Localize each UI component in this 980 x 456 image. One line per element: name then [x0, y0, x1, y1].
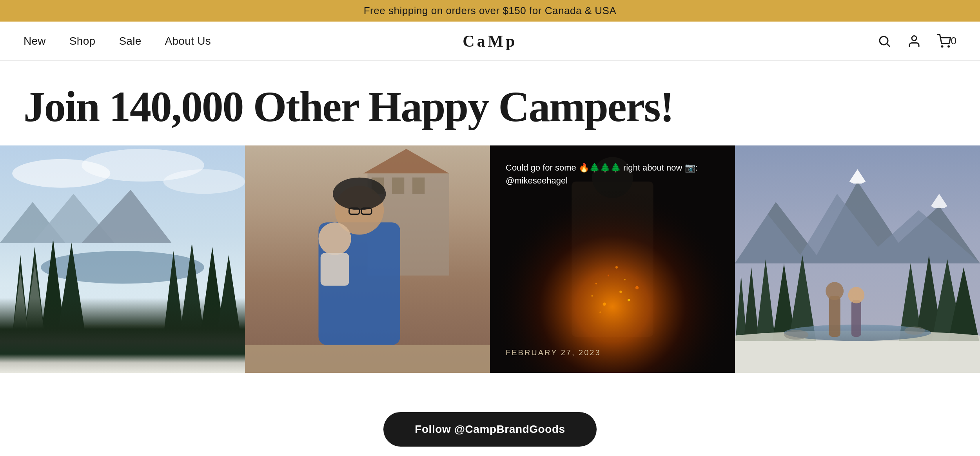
photo-item-2	[245, 145, 490, 373]
svg-marker-21	[200, 247, 225, 336]
navigation: New Shop Sale About Us CaMp 0	[0, 22, 980, 61]
svg-point-75	[904, 326, 925, 334]
svg-rect-72	[851, 300, 861, 337]
photo-item-3: Could go for some 🔥🌲🌲🌲 right about now 📷…	[490, 145, 735, 373]
photo-grid: Could go for some 🔥🌲🌲🌲 right about now 📷…	[0, 145, 980, 373]
follow-button[interactable]: Follow @CampBrandGoods	[383, 412, 596, 447]
svg-marker-18	[57, 243, 86, 337]
photo-image-2	[245, 145, 490, 373]
nav-item-sale[interactable]: Sale	[119, 35, 141, 47]
svg-point-49	[591, 295, 593, 296]
svg-marker-22	[216, 255, 241, 336]
hero-section: Join 140,000 Other Happy Campers!	[0, 61, 980, 145]
svg-marker-16	[25, 247, 45, 336]
svg-point-3	[942, 46, 943, 47]
svg-point-48	[615, 266, 618, 268]
site-logo[interactable]: CaMp	[463, 32, 517, 51]
account-icon[interactable]	[907, 34, 921, 48]
announcement-text: Free shipping on orders over $150 for Ca…	[364, 5, 617, 16]
svg-point-74	[784, 330, 809, 340]
svg-line-1	[887, 44, 890, 46]
svg-point-73	[848, 287, 865, 303]
svg-rect-37	[321, 253, 349, 285]
svg-marker-17	[41, 238, 65, 336]
svg-point-12	[41, 251, 204, 283]
svg-rect-38	[245, 345, 490, 372]
svg-point-14	[0, 324, 245, 349]
photo-image-1	[0, 145, 245, 373]
nav-left: New Shop Sale About Us	[24, 35, 211, 47]
svg-point-33	[333, 177, 386, 210]
cart-count: 0	[951, 35, 956, 47]
cart-icon[interactable]: 0	[937, 34, 956, 48]
svg-marker-23	[12, 271, 29, 337]
nav-item-new[interactable]: New	[24, 35, 46, 47]
svg-rect-29	[412, 177, 425, 194]
svg-point-4	[948, 46, 949, 47]
svg-marker-15	[12, 255, 29, 336]
svg-point-52	[624, 279, 626, 280]
hero-heading: Join 140,000 Other Happy Campers!	[24, 84, 956, 130]
follow-section: Follow @CampBrandGoods	[0, 396, 980, 456]
svg-marker-24	[25, 263, 45, 337]
svg-marker-20	[180, 243, 204, 337]
svg-point-43	[603, 302, 606, 305]
svg-point-51	[599, 311, 601, 313]
svg-point-46	[628, 299, 630, 301]
svg-rect-28	[392, 177, 404, 194]
svg-rect-13	[0, 336, 245, 372]
photo-item-1	[0, 145, 245, 373]
svg-point-2	[912, 36, 916, 40]
photo-image-4	[735, 145, 980, 373]
svg-point-47	[608, 274, 609, 276]
svg-point-44	[619, 291, 622, 293]
announcement-bar: Free shipping on orders over $150 for Ca…	[0, 0, 980, 22]
svg-rect-68	[735, 341, 980, 373]
svg-point-71	[826, 282, 844, 300]
nav-right: 0	[877, 34, 956, 48]
svg-point-0	[880, 36, 888, 45]
photo-item-4	[735, 145, 980, 373]
nav-item-about-us[interactable]: About Us	[165, 35, 211, 47]
photo-3-caption: Could go for some 🔥🌲🌲🌲 right about now 📷…	[506, 161, 719, 187]
search-icon[interactable]	[877, 34, 891, 48]
nav-item-shop[interactable]: Shop	[69, 35, 96, 47]
svg-point-8	[163, 169, 245, 194]
svg-point-50	[635, 286, 639, 289]
photo-3-date: FEBRUARY 27, 2023	[506, 348, 601, 357]
svg-point-45	[595, 283, 597, 284]
svg-point-36	[319, 222, 351, 255]
svg-marker-19	[163, 251, 184, 337]
photo-3-text-overlay: Could go for some 🔥🌲🌲🌲 right about now 📷…	[490, 145, 735, 206]
svg-rect-70	[829, 296, 840, 336]
